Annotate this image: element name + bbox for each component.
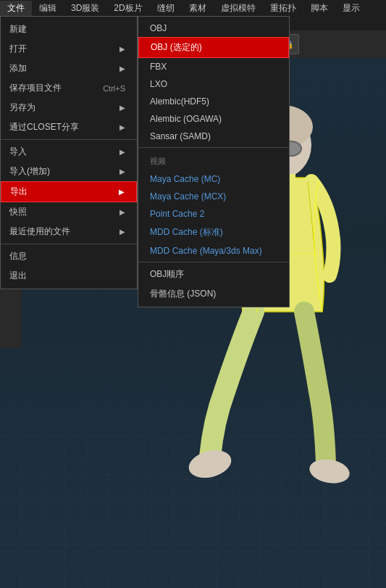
export-maya-mcx[interactable]: Maya Cache (MCX) [138,188,289,205]
export-bone-json[interactable]: 骨骼信息 (JSON) [138,284,289,304]
export-mdd-maya[interactable]: MDD Cache (Maya/3ds Max) [138,242,289,260]
export-obj[interactable]: OBJ [138,20,289,37]
menu-item-open[interactable]: 打开 ▶ [1,39,137,59]
file-menu-sep-1 [1,139,137,140]
menu-avatar[interactable]: 虚拟模特 [214,1,263,16]
menu-script[interactable]: 脚本 [303,1,335,16]
export-sep-1 [138,147,289,148]
menu-3d-costume[interactable]: 3D服装 [64,1,106,16]
export-sep-2 [138,262,289,262]
file-menu: 新建 打开 ▶ 添加 ▶ 保存项目文件 Ctrl+S 另存为 ▶ 通过CLOSE… [0,16,138,289]
menu-item-saveas[interactable]: 另存为 ▶ [1,98,137,117]
menu-item-add[interactable]: 添加 ▶ [1,59,137,78]
menu-item-recent[interactable]: 最近使用的文件 ▶ [1,222,137,241]
menu-2d-panel[interactable]: 2D板片 [106,1,149,16]
export-mdd-standard[interactable]: MDD Cache (标准) [138,223,289,242]
export-video-header: 视频 [138,150,289,170]
menu-item-new[interactable]: 新建 [1,20,137,39]
file-menu-sep-2 [1,244,137,244]
menu-item-snapshot[interactable]: 快照 ▶ [1,202,137,222]
menu-edit[interactable]: 编辑 [32,1,64,16]
menu-item-save[interactable]: 保存项目文件 Ctrl+S [1,78,137,98]
export-alembic-hdf5[interactable]: Alembic(HDF5) [138,93,289,110]
export-lxo[interactable]: LXO [138,75,289,93]
export-fbx[interactable]: FBX [138,58,289,75]
export-submenu: OBJ OBJ (选定的) FBX LXO Alembic(HDF5) Alem… [138,16,290,307]
menu-item-closet[interactable]: 通过CLOSET分享 ▶ [1,117,137,137]
menu-item-import[interactable]: 导入 ▶ [1,142,137,162]
export-sansar[interactable]: Sansar (SAMD) [138,128,289,145]
export-point-cache[interactable]: Point Cache 2 [138,205,289,223]
menubar: 文件 编辑 3D服装 2D板片 缝纫 素材 虚拟模特 重拓扑 脚本 显示 [0,0,386,16]
menu-retopo[interactable]: 重拓扑 [263,1,303,16]
export-obj-selected[interactable]: OBJ (选定的) [138,37,289,58]
menu-item-import-add[interactable]: 导入(增加) ▶ [1,162,137,181]
export-alembic-ogawa[interactable]: Alembic (OGAWA) [138,110,289,128]
menu-item-exit[interactable]: 退出 [1,266,137,286]
export-obj-order[interactable]: OBJ顺序 [138,265,289,284]
menu-material[interactable]: 素材 [182,1,214,16]
menu-file[interactable]: 文件 [0,1,32,16]
svg-point-7 [308,456,352,486]
export-maya-mc[interactable]: Maya Cache (MC) [138,170,289,188]
svg-point-6 [185,446,234,482]
menu-item-info[interactable]: 信息 [1,247,137,266]
menu-item-export[interactable]: 导出 ▶ [1,181,137,202]
menu-stitch[interactable]: 缝纫 [150,1,182,16]
menu-display[interactable]: 显示 [335,1,367,16]
